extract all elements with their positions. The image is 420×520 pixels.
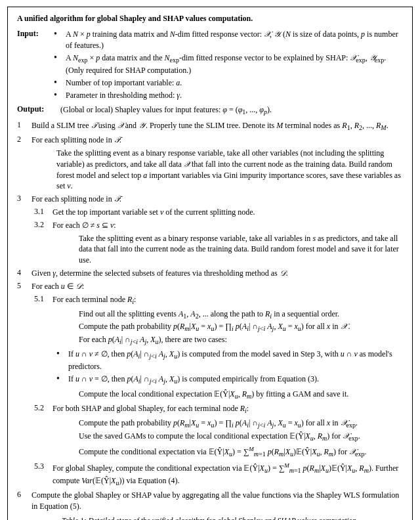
substep-5-1-cases: • If u ∩ v ≠ ∅, then p(Ai| ∩j<i Aj, Xu) … (17, 349, 403, 387)
list-item: • A N × p training data matrix and N-dim… (54, 29, 403, 51)
bullet-icon: • (54, 90, 63, 101)
input-item-3: Number of top important variable: a. (66, 77, 182, 89)
substep-3-2: 3.2 For each ∅ ≠ s ⊆ v: (17, 220, 403, 231)
substep-num-3-2: 3.2 (34, 220, 52, 230)
step-2-text: For each splitting node in 𝒯: (32, 135, 403, 146)
step-1: 1 Build a SLIM tree 𝒯 using 𝒳 and 𝒴 . Pr… (17, 120, 403, 133)
bullet-icon: • (56, 349, 66, 360)
substep-num-5-2: 5.2 (34, 403, 52, 413)
input-item-2: A Nexp × p data matrix and the Nexp-dim … (66, 53, 403, 76)
step-num-1: 1 (17, 120, 29, 130)
list-item: • Number of top important variable: a. (54, 77, 403, 89)
input-item-4: Parameter in thresholding method: γ. (66, 90, 182, 101)
input-list: • A N × p training data matrix and N-dim… (54, 29, 403, 102)
output-text: (Global or local) Shapley values for inp… (60, 104, 272, 117)
table-caption: Table 1: Detailed steps of the unified a… (17, 517, 403, 520)
substep-5-1-body: Find out all the splitting events A1, A2… (17, 309, 403, 347)
step-num-4: 4 (17, 268, 29, 278)
list-item: • Parameter in thresholding method: γ. (54, 90, 403, 101)
substep-5-3-text: For global Shapley, compute the conditio… (52, 462, 403, 488)
substep-num-3-1: 3.1 (34, 207, 52, 217)
input-section: Input: • A N × p training data matrix an… (17, 29, 403, 102)
step-3: 3 For each splitting node in 𝒯: (17, 194, 403, 205)
substep-5-2-body: Compute the path probability p(Rm|Xu = x… (17, 418, 403, 443)
table-title: A unified algorithm for global Shapley a… (17, 14, 403, 24)
substep-5-2-compute: Compute the conditional expectation via … (17, 445, 403, 459)
input-item-1: A N × p training data matrix and N-dim f… (66, 29, 403, 51)
case-1: If u ∩ v ≠ ∅, then p(Ai| ∩j<i Aj, Xu) is… (68, 349, 403, 372)
step-4: 4 Given γ, determine the selected subset… (17, 268, 403, 279)
step-4-text: Given γ, determine the selected subsets … (32, 268, 403, 279)
substep-num-5-1: 5.1 (34, 294, 52, 304)
bullet-icon: • (54, 29, 63, 40)
substep-5-1-text: For each terminal node Ri: (52, 294, 403, 307)
substep-5-2: 5.2 For both SHAP and global Shapley, fo… (17, 403, 403, 416)
substep-3-2-text: For each ∅ ≠ s ⊆ v: (52, 220, 403, 231)
step-5-text: For each u ∈ 𝒟: (32, 281, 403, 292)
substep-3-1-text: Get the top important variable set v of … (52, 207, 403, 218)
substep-5-3: 5.3 For global Shapley, compute the cond… (17, 462, 403, 488)
output-section: Output: (Global or local) Shapley values… (17, 104, 403, 117)
substep-5-1-footer: Compute the local conditional expectatio… (17, 389, 403, 401)
step-2-body: Take the splitting event as a binary res… (17, 148, 403, 192)
step-2: 2 For each splitting node in 𝒯: (17, 135, 403, 146)
step-3-text: For each splitting node in 𝒯: (32, 194, 403, 205)
substep-3-1: 3.1 Get the top important variable set v… (17, 207, 403, 218)
step-5: 5 For each u ∈ 𝒟: (17, 281, 403, 292)
input-label: Input: (17, 29, 51, 39)
bullet-icon: • (54, 77, 63, 89)
step-num-2: 2 (17, 135, 29, 144)
substep-3-2-body: Take the splitting event as a binary res… (17, 233, 403, 266)
step-6-text: Compute the global Shapley or SHAP value… (32, 490, 403, 512)
step-num-6: 6 (17, 490, 29, 500)
case-2: If u ∩ v = ∅, then p(Ai| ∩j<i Aj, Xu) is… (68, 374, 319, 386)
step-1-text: Build a SLIM tree 𝒯 using 𝒳 and 𝒴 . Prop… (32, 120, 403, 133)
substep-5-1: 5.1 For each terminal node Ri: (17, 294, 403, 307)
bullet-icon: • (54, 53, 63, 64)
main-table: A unified algorithm for global Shapley a… (7, 7, 413, 520)
list-item: • A Nexp × p data matrix and the Nexp-di… (54, 53, 403, 76)
substep-num-5-3: 5.3 (34, 462, 52, 471)
output-label: Output: (17, 104, 58, 114)
list-item: • If u ∩ v ≠ ∅, then p(Ai| ∩j<i Aj, Xu) … (56, 349, 403, 372)
substep-5-2-text: For both SHAP and global Shapley, for ea… (52, 403, 403, 416)
step-6: 6 Compute the global Shapley or SHAP val… (17, 490, 403, 512)
bullet-icon: • (56, 374, 66, 385)
list-item: • If u ∩ v = ∅, then p(Ai| ∩j<i Aj, Xu) … (56, 374, 403, 386)
step-num-5: 5 (17, 281, 29, 291)
step-num-3: 3 (17, 194, 29, 204)
